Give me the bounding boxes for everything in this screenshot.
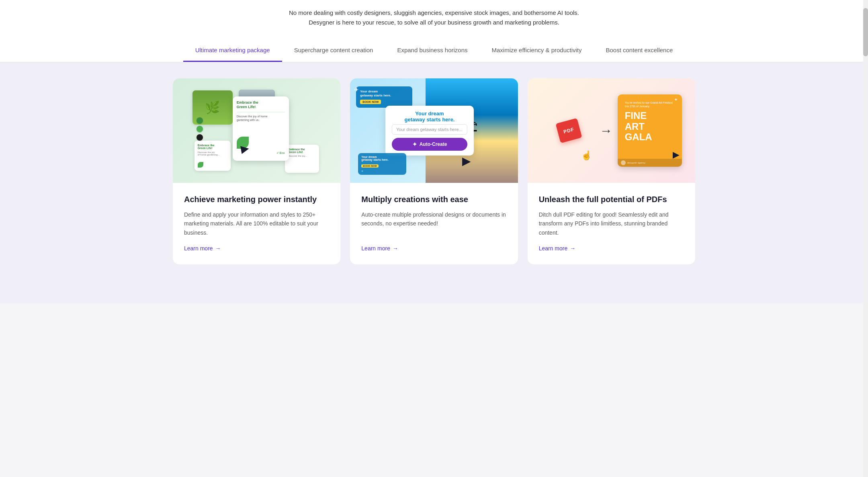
card-desc-1: Define and apply your information and st… [184,210,329,237]
tab-supercharge[interactable]: Supercharge content creation [282,39,385,62]
nature-card-4: Embrace theGreen Life! Discover the joy.… [285,145,319,173]
hand-cursor-icon: ☝ [581,150,592,161]
card-title-3: Unleash the full potential of PDFs [539,194,684,205]
card-content-2: Multiply creations with ease Auto-create… [350,183,518,264]
card-title-1: Achieve marketing power instantly [184,194,329,205]
arrow-icon-1: → [215,245,221,252]
tab-expand[interactable]: Expand business horizons [385,39,479,62]
travel-ui-panel: Your dreamgetaway starts here. Your drea… [385,106,474,156]
tab-boost[interactable]: Boost content excellence [594,39,685,62]
card-content-3: Unleash the full potential of PDFs Ditch… [528,183,695,264]
card-desc-2: Auto-create multiple professional design… [361,210,506,237]
learn-more-3[interactable]: Learn more → [539,245,684,252]
card-image-pdf: PDF ☝ → ✦ You're invited to our Grand Ar… [528,78,695,183]
tab-ultimate[interactable]: Ultimate marketing package [183,39,282,62]
nature-illustration: 🌿 Embrace theGreen Life! [173,78,340,183]
gala-invite-text: You're invited to our Grand Art Festival… [625,101,675,108]
card-image-nature: 🌿 Embrace theGreen Life! [173,78,340,183]
desc-line2: Desygner is here to your rescue, to solv… [16,18,852,27]
cursor-icon-2: ▶ [462,154,471,168]
scrollbar-thumb[interactable] [863,8,868,56]
tab-maximize[interactable]: Maximize efficiency & productivity [480,39,594,62]
gala-deco-icon: ✦ [674,97,678,102]
travel-panel-title: Your dreamgetaway starts here. [392,111,467,123]
card-multiply-creations: ⛱ Your dreamgetaway starts here. BOOK NO… [350,78,518,264]
star-icon: ✦ [412,141,417,147]
arrow-icon-2: → [393,245,398,252]
transform-arrow-icon: → [600,123,612,138]
tabs-bar: Ultimate marketing package Supercharge c… [0,39,868,62]
arrow-icon-3: → [570,245,575,252]
travel-card-mini-1: Your dreamgetaway starts here. BOOK NOW [356,86,412,108]
learn-more-1[interactable]: Learn more → [184,245,329,252]
card-title-2: Multiply creations with ease [361,194,506,205]
pdf-badge: PDF [555,118,582,143]
card-marketing-power: 🌿 Embrace theGreen Life! [173,78,340,264]
travel-card-mini-2: Your dreamgetaway starts here. BOOK NOW … [358,153,406,175]
card-desc-3: Ditch dull PDF editing for good! Seamles… [539,210,684,237]
travel-arrow-icon: ✈ [354,86,359,93]
auto-create-button[interactable]: ✦ Auto-Create [392,138,467,151]
card-image-travel: ⛱ Your dreamgetaway starts here. BOOK NO… [350,78,518,183]
header-description: No more dealing with costly designers, s… [0,0,868,39]
color-dots [197,117,203,141]
learn-more-2[interactable]: Learn more → [361,245,506,252]
nature-card-3: Embrace theGreen Life! Discover the joyo… [194,141,231,171]
cards-grid: 🌿 Embrace theGreen Life! [173,78,695,264]
desc-line1: No more dealing with costly designers, s… [16,8,852,18]
scrollbar[interactable] [863,0,868,477]
travel-illustration: ⛱ Your dreamgetaway starts here. BOOK NO… [350,78,518,183]
gala-branding-bar: desygner agency [618,159,682,167]
travel-input-mock: Your dream getaway starts here... [392,124,467,135]
card-pdf-potential: PDF ☝ → ✦ You're invited to our Grand Ar… [528,78,695,264]
gala-cursor-icon: ▶ [673,150,679,160]
gala-card: ✦ You're invited to our Grand Art Festiv… [618,94,682,167]
card-content-1: Achieve marketing power instantly Define… [173,183,340,264]
content-area: 🌿 Embrace theGreen Life! [0,62,868,303]
gala-title: FINEARTGALA [625,111,652,142]
pdf-illustration: PDF ☝ → ✦ You're invited to our Grand Ar… [528,78,695,183]
